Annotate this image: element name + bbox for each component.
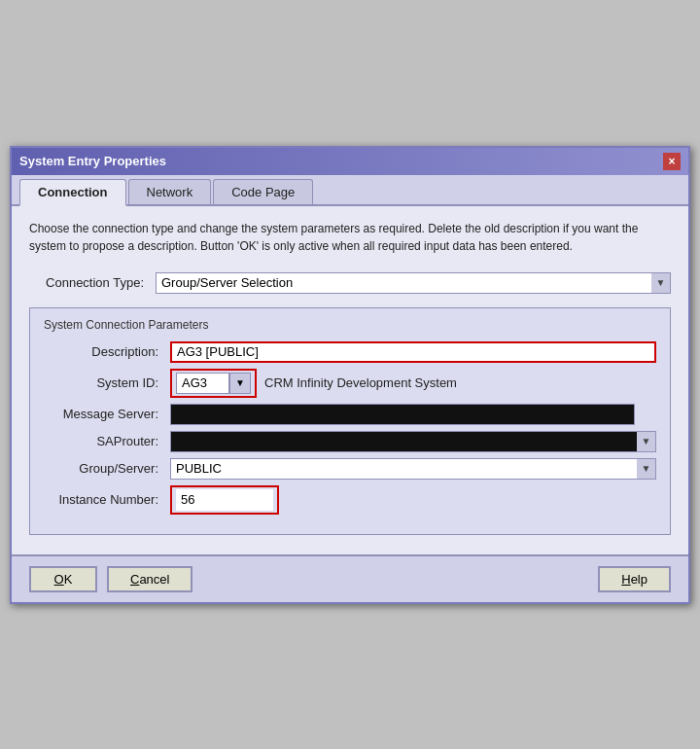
- description-label: Description:: [44, 344, 170, 359]
- system-id-bordered-wrapper: ▼: [170, 369, 257, 398]
- system-params-box: System Connection Parameters Description…: [29, 307, 671, 535]
- window-title: System Entry Properties: [19, 154, 166, 168]
- tabs-bar: Connection Network Code Page: [12, 175, 688, 206]
- system-id-input[interactable]: [176, 373, 229, 394]
- group-server-dropdown-wrapper: PUBLIC ▼: [170, 458, 656, 480]
- group-server-label: Group/Server:: [44, 461, 170, 476]
- system-id-description-text: CRM Infinity Development System: [264, 375, 457, 390]
- description-input[interactable]: [170, 341, 656, 363]
- saprouter-redacted: [170, 431, 656, 452]
- footer-bar: OK Cancel Help: [12, 554, 688, 602]
- description-text: Choose the connection type and change th…: [29, 220, 671, 255]
- system-params-title: System Connection Parameters: [44, 318, 656, 332]
- instance-number-label: Instance Number:: [44, 492, 170, 507]
- system-id-label: System ID:: [44, 375, 170, 390]
- saprouter-label: SAProuter:: [44, 434, 170, 448]
- system-id-row: System ID: ▼ CRM Infinity Development Sy…: [44, 369, 656, 398]
- group-server-select[interactable]: PUBLIC: [170, 458, 656, 480]
- message-server-row: Message Server:: [44, 404, 656, 425]
- connection-type-select[interactable]: Group/Server Selection: [156, 272, 671, 294]
- connection-type-label: Connection Type:: [29, 275, 156, 290]
- ok-button[interactable]: OK: [29, 566, 97, 592]
- cancel-button[interactable]: Cancel: [107, 566, 192, 592]
- main-content: Choose the connection type and change th…: [12, 206, 688, 554]
- saprouter-dropdown-wrapper: ▼: [170, 431, 656, 452]
- instance-number-row: Instance Number:: [44, 485, 656, 515]
- help-button[interactable]: Help: [598, 566, 671, 592]
- saprouter-row: SAProuter: ▼: [44, 431, 656, 452]
- connection-type-row: Connection Type: Group/Server Selection …: [29, 272, 671, 294]
- footer-left-buttons: OK Cancel: [29, 566, 192, 592]
- tab-codepage[interactable]: Code Page: [213, 179, 313, 204]
- connection-type-dropdown-wrapper: Group/Server Selection ▼: [156, 272, 671, 294]
- system-id-dropdown-icon[interactable]: ▼: [229, 373, 251, 394]
- tab-connection[interactable]: Connection: [19, 179, 126, 206]
- group-server-row: Group/Server: PUBLIC ▼: [44, 458, 656, 480]
- title-bar: System Entry Properties ×: [12, 148, 688, 175]
- instance-number-input[interactable]: [176, 489, 273, 511]
- instance-number-bordered-wrapper: [170, 485, 279, 515]
- message-server-label: Message Server:: [44, 407, 170, 421]
- system-entry-properties-dialog: System Entry Properties × Connection Net…: [10, 146, 690, 604]
- description-field-row: Description:: [44, 341, 656, 363]
- message-server-redacted: [170, 404, 635, 425]
- close-button[interactable]: ×: [663, 153, 681, 170]
- tab-network[interactable]: Network: [128, 179, 212, 204]
